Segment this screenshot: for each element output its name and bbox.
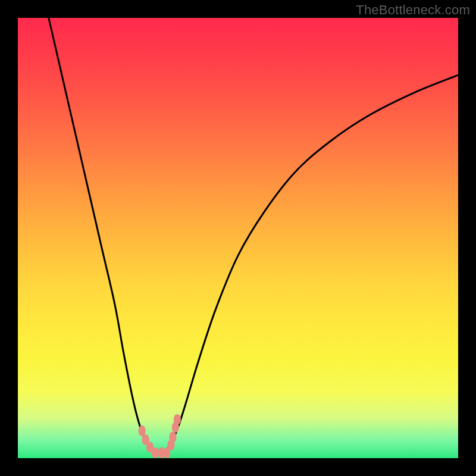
curve-right-branch (168, 75, 458, 449)
watermark-text: TheBottleneck.com (356, 2, 470, 18)
chart-svg (18, 18, 458, 458)
curve-left-branch (49, 18, 152, 449)
valley-markers (139, 414, 181, 458)
valley-marker (174, 414, 181, 425)
valley-marker (152, 447, 159, 458)
valley-marker (169, 431, 176, 442)
outer-frame: TheBottleneck.com (0, 0, 476, 476)
plot-area (18, 18, 458, 458)
